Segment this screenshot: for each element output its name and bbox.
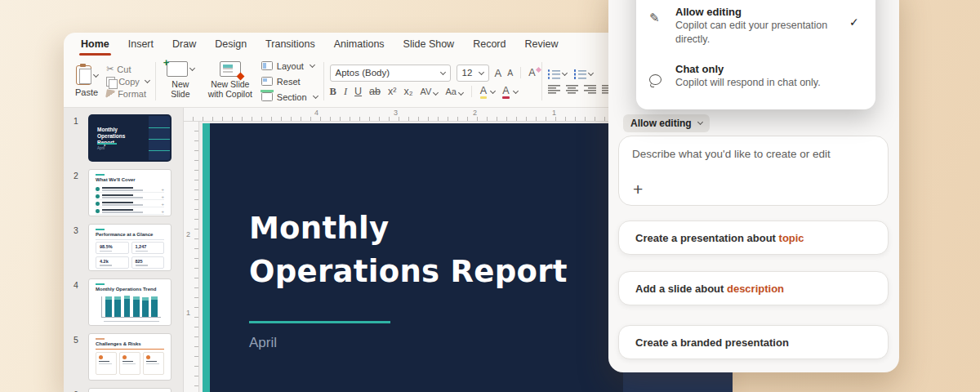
slide-thumbnail-row: 2What We'll Cover++++	[64, 169, 183, 217]
expand-icon: +	[161, 194, 164, 199]
italic-button[interactable]: I	[344, 86, 347, 98]
copy-button[interactable]: Copy	[106, 77, 149, 87]
slide-thumbnail-row: 4Monthly Operations Trend	[64, 278, 183, 327]
tab-animations[interactable]: Animations	[334, 38, 385, 50]
thumb-stat-card: 1,247	[131, 242, 165, 254]
add-attachment-button[interactable]: +	[633, 180, 643, 198]
tab-draw[interactable]: Draw	[172, 38, 196, 50]
slide-thumbnail-panel: 1Monthly Operations ReportApril2What We'…	[64, 108, 184, 392]
slide-thumbnail-3[interactable]: Performance at a Glance98.5%1,2474.2k825	[88, 224, 172, 271]
slide-thumbnail-row: 3Performance at a Glance98.5%1,2474.2k82…	[64, 224, 183, 272]
slide-number: 3	[64, 224, 88, 272]
new-slide-button[interactable]: + New Slide	[162, 60, 199, 103]
slide-thumbnail-row: 6Action Items & Priorities	[64, 388, 183, 392]
thumb-stat-card: 98.5%	[96, 242, 129, 254]
slide-number: 6	[64, 388, 88, 392]
menu-option-description: Copilot will respond in chat only.	[675, 76, 832, 90]
slide-title-textbox[interactable]: Monthly Operations Report	[249, 207, 568, 293]
slide-thumbnail-4[interactable]: Monthly Operations Trend	[88, 278, 172, 326]
ruler-number: 2	[473, 109, 477, 117]
new-slide-label: New Slide	[166, 79, 195, 99]
bullet-dot-icon	[96, 209, 100, 213]
thumb-title: Monthly Operations Trend	[96, 287, 156, 292]
layout-icon	[261, 61, 273, 70]
slide-thumbnail-5[interactable]: Challenges & Risks	[88, 333, 172, 381]
strikethrough-button[interactable]: ab	[369, 86, 381, 97]
marketing-background: HomeInsertDrawDesignTransitionsAnimation…	[0, 0, 980, 392]
layout-button[interactable]: Layout	[261, 60, 318, 72]
tab-home[interactable]: Home	[81, 38, 109, 50]
copy-icon	[106, 77, 115, 87]
tab-review[interactable]: Review	[524, 38, 558, 50]
suggestion-button-create-a-presentation-about-topic[interactable]: Create a presentation about topic	[618, 220, 889, 255]
numbered-list-icon	[574, 69, 586, 79]
font-size-select[interactable]: 12	[457, 65, 489, 82]
chevron-down-icon	[458, 90, 464, 96]
menu-option-chat-only[interactable]: Chat onlyCopilot will respond in chat on…	[636, 59, 875, 94]
suggestion-button-add-a-slide-about-description[interactable]: Add a slide about description	[618, 271, 889, 305]
numbering-button[interactable]	[574, 69, 593, 79]
thumb-list-row: +	[96, 201, 164, 207]
chevron-down-icon	[512, 87, 518, 93]
tab-transitions[interactable]: Transitions	[265, 38, 315, 50]
chart-x-axis-labels	[104, 321, 159, 322]
suggestion-highlight: description	[727, 283, 784, 295]
tab-slide-show[interactable]: Slide Show	[403, 38, 455, 50]
slide-number: 4	[64, 278, 88, 327]
copilot-prompt-input[interactable]: Describe what you'd like to create or ed…	[618, 136, 889, 206]
divider	[520, 67, 521, 78]
reset-button[interactable]: Reset	[261, 75, 318, 87]
font-color-button[interactable]: A	[502, 85, 509, 99]
tab-record[interactable]: Record	[473, 38, 506, 50]
increase-font-size-button[interactable]: A	[495, 67, 502, 79]
underline-button[interactable]: U	[354, 86, 362, 97]
tab-insert[interactable]: Insert	[128, 38, 154, 50]
slide-thumbnail-2[interactable]: What We'll Cover++++	[88, 169, 172, 216]
decrease-font-size-button[interactable]: A	[507, 68, 513, 78]
paragraph-group	[548, 60, 614, 103]
superscript-button[interactable]: x²	[388, 86, 396, 97]
thumb-kicker-bar	[96, 174, 105, 176]
copilot-mode-chip[interactable]: Allow editing	[623, 114, 710, 132]
tab-design[interactable]: Design	[215, 38, 247, 50]
chart-bar	[114, 296, 121, 317]
clear-formatting-button[interactable]: A	[528, 67, 535, 78]
align-left-button[interactable]	[548, 84, 560, 94]
align-right-button[interactable]	[584, 84, 596, 94]
thumb-stat-card: 825	[131, 256, 165, 269]
character-spacing-button[interactable]: AV	[421, 87, 439, 96]
chart-bar	[133, 296, 140, 317]
expand-icon: +	[161, 209, 164, 214]
warning-circle-icon	[99, 355, 103, 359]
slide-divider-line	[249, 321, 390, 323]
bullets-button[interactable]	[548, 69, 567, 79]
menu-option-label: Allow editing	[675, 6, 840, 18]
menu-option-allow-editing[interactable]: ✎Allow editingCopilot can edit your pres…	[636, 2, 875, 51]
section-button[interactable]: Section	[261, 91, 318, 103]
bold-button[interactable]: B	[330, 86, 336, 98]
align-center-button[interactable]	[566, 84, 578, 94]
suggestion-button-create-a-branded-presentation[interactable]: Create a branded presentation	[618, 325, 889, 359]
thumb-kicker-bar	[96, 283, 105, 285]
expand-icon: +	[161, 202, 164, 207]
clipboard-group: Paste ✂ Cut Copy Format	[72, 60, 149, 103]
font-name-select[interactable]: Aptos (Body)	[330, 65, 451, 82]
paste-button[interactable]: Paste	[72, 64, 101, 99]
thumb-card	[143, 352, 164, 375]
divider	[471, 86, 472, 97]
checkmark-icon	[849, 63, 864, 73]
text-highlight-button[interactable]: A	[480, 85, 487, 99]
slide-subtitle-textbox[interactable]: April	[249, 335, 277, 351]
cut-button[interactable]: ✂ Cut	[106, 65, 149, 74]
change-case-button[interactable]: Aa	[445, 87, 462, 96]
ruler-number: 1	[186, 309, 190, 317]
slide-thumbnail-1[interactable]: Monthly Operations ReportApril	[88, 114, 172, 162]
format-painter-button[interactable]: Format	[106, 89, 149, 99]
ruler-number: 2	[186, 230, 190, 238]
thumb-title: Performance at a Glance	[96, 232, 153, 237]
suggestion-text: Create a presentation about	[635, 232, 779, 244]
new-slide-with-copilot-button[interactable]: New Slide with Copilot	[199, 60, 261, 103]
slide-thumbnail-6[interactable]: Action Items & Priorities	[88, 388, 172, 392]
chart-bar	[151, 296, 158, 318]
subscript-button[interactable]: x₂	[403, 86, 412, 97]
